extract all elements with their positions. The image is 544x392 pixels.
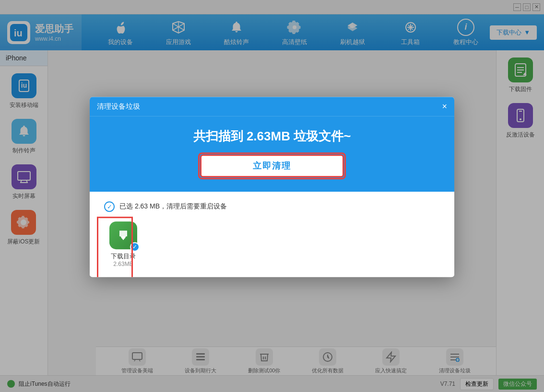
svg-marker-36	[120, 236, 126, 240]
download-directory-item[interactable]: ✓ 下载目录 2.63MB	[104, 221, 142, 267]
check-circle-icon: ✓	[104, 201, 115, 212]
modal-header: 清理设备垃圾 ×	[90, 97, 454, 116]
clean-btn-wrapper: 立即清理	[200, 154, 344, 177]
modal-close-button[interactable]: ×	[442, 102, 447, 112]
scan-result-text: 共扫描到 2.63MB 垃圾文件~	[193, 128, 351, 145]
modal-items-row: ✓ 下载目录 2.63MB	[104, 221, 440, 267]
clean-now-button[interactable]: 立即清理	[200, 154, 344, 177]
check-overlay-icon: ✓	[130, 242, 140, 252]
download-directory-icon: ✓	[109, 221, 137, 249]
modal-info-row: ✓ 已选 2.63 MB，清理后需要重启设备	[104, 201, 440, 212]
modal-dialog: 清理设备垃圾 × 共扫描到 2.63MB 垃圾文件~ 立即清理 ✓ 已选 2.6…	[90, 97, 454, 277]
modal-top: 共扫描到 2.63MB 垃圾文件~ 立即清理	[90, 116, 454, 192]
modal-bottom: ✓ 已选 2.63 MB，清理后需要重启设备 ✓ 下载目录 2.63MB	[90, 192, 454, 277]
modal-overlay[interactable]: 清理设备垃圾 × 共扫描到 2.63MB 垃圾文件~ 立即清理 ✓ 已选 2.6…	[0, 0, 544, 392]
